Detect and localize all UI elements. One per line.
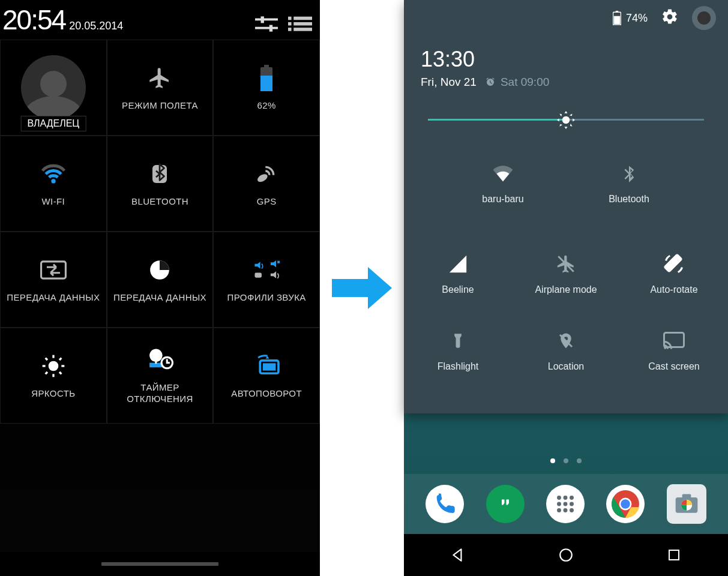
- home-icon: [558, 547, 574, 563]
- svg-rect-1: [255, 27, 278, 29]
- app-camera[interactable]: [667, 484, 706, 524]
- svg-point-43: [564, 496, 568, 500]
- svg-rect-36: [614, 16, 620, 25]
- owner-label: ВЛАДЕЛЕЦ: [20, 116, 86, 131]
- battery-icon: [253, 64, 280, 92]
- date-left: 20.05.2014: [69, 20, 123, 36]
- tile-gps[interactable]: GPS: [213, 136, 320, 232]
- home-screen: [404, 413, 728, 576]
- clock-right: 13:30: [421, 47, 711, 72]
- phone-icon: [433, 492, 457, 516]
- svg-point-47: [570, 502, 574, 506]
- tile-user[interactable]: ВЛАДЕЛЕЦ: [0, 40, 107, 136]
- battery-pct: 74%: [626, 12, 648, 25]
- tile-wifi[interactable]: WI-FI: [0, 136, 107, 232]
- tile-label: ТАЙМЕР ОТКЛЮЧЕНИЯ: [110, 382, 211, 405]
- tile-sound-profiles[interactable]: ПРОФИЛИ ЗВУКА: [213, 232, 320, 328]
- tile-signal-r[interactable]: Beeline: [404, 236, 512, 313]
- tile-cast-r[interactable]: Cast screen: [620, 313, 728, 389]
- tile-label: baru-baru: [482, 194, 523, 205]
- svg-rect-4: [293, 17, 312, 20]
- bluetooth-icon: [146, 160, 173, 188]
- svg-point-37: [562, 116, 570, 124]
- page-dot[interactable]: [564, 458, 568, 463]
- gear-icon: [661, 8, 679, 26]
- recents-button[interactable]: [665, 546, 683, 564]
- app-chrome[interactable]: [606, 485, 645, 523]
- tile-location-r[interactable]: Location: [512, 313, 620, 389]
- tile-data-2[interactable]: ПЕРЕДАЧА ДАННЫХ: [107, 232, 214, 328]
- app-drawer[interactable]: [546, 485, 585, 523]
- apps-icon: [555, 493, 576, 515]
- date-right: Fri, Nov 21: [421, 76, 477, 89]
- svg-point-50: [570, 508, 574, 512]
- avatar-icon: [21, 55, 86, 120]
- autorotate-icon: [253, 352, 280, 380]
- notification-panel: 74% 13:30 Fri, Nov 21 Sat 09:00: [404, 0, 728, 413]
- hangouts-icon: [495, 493, 516, 515]
- tile-label: Beeline: [442, 284, 474, 295]
- svg-rect-7: [288, 17, 292, 20]
- svg-rect-30: [155, 360, 157, 364]
- tile-flashlight-r[interactable]: Flashlight: [404, 313, 512, 389]
- tile-battery[interactable]: 62%: [213, 40, 320, 136]
- tiles-row-2: Beeline Airplane mode Auto-rotate Flashl…: [404, 229, 728, 413]
- page-dot[interactable]: [550, 458, 555, 463]
- tile-wifi-r[interactable]: baru-baru: [440, 139, 566, 229]
- svg-line-24: [45, 358, 47, 359]
- tile-label: ЯРКОСТЬ: [31, 388, 75, 400]
- airplane-icon: [146, 64, 173, 92]
- app-hangouts[interactable]: [486, 485, 525, 523]
- tile-label: Location: [548, 361, 585, 372]
- tile-bluetooth[interactable]: BLUETOOTH: [107, 136, 214, 232]
- tile-autorotate[interactable]: АВТОПОВОРОТ: [213, 328, 320, 424]
- svg-rect-33: [263, 363, 275, 370]
- sound-profiles-icon: [253, 256, 280, 284]
- brightness-icon: [40, 352, 67, 380]
- settings-button[interactable]: [661, 8, 679, 28]
- user-avatar[interactable]: [692, 6, 716, 30]
- svg-line-25: [59, 372, 61, 374]
- signal-icon: [447, 253, 469, 275]
- svg-point-48: [557, 508, 561, 512]
- svg-rect-0: [255, 19, 278, 21]
- alarm-icon: [485, 77, 496, 88]
- location-off-icon: [555, 330, 577, 352]
- tile-bluetooth-r[interactable]: Bluetooth: [566, 139, 692, 229]
- back-button[interactable]: [449, 546, 467, 564]
- svg-point-19: [48, 361, 58, 371]
- svg-rect-35: [616, 11, 618, 13]
- tile-label: GPS: [257, 196, 277, 208]
- svg-rect-2: [261, 16, 264, 23]
- datetime-block[interactable]: 13:30 Fri, Nov 21 Sat 09:00: [404, 36, 728, 103]
- tile-data-1[interactable]: ПЕРЕДАЧА ДАННЫХ: [0, 232, 107, 328]
- tile-airplane[interactable]: РЕЖИМ ПОЛЕТА: [107, 40, 214, 136]
- svg-rect-56: [682, 494, 691, 499]
- transition-arrow: [320, 0, 404, 576]
- brightness-slider[interactable]: [404, 103, 728, 133]
- tile-brightness[interactable]: ЯРКОСТЬ: [0, 328, 107, 424]
- svg-rect-58: [669, 550, 679, 560]
- tile-label: ПЕРЕДАЧА ДАННЫХ: [113, 292, 206, 304]
- tile-label: BLUETOOTH: [131, 196, 188, 208]
- battery-icon: [613, 11, 621, 25]
- tile-autorotate-r[interactable]: Auto-rotate: [620, 236, 728, 313]
- airplane-off-icon: [555, 253, 577, 275]
- list-icon[interactable]: [285, 12, 315, 36]
- page-dot[interactable]: [577, 458, 582, 463]
- tile-label: Bluetooth: [609, 194, 649, 205]
- equalizer-icon[interactable]: [251, 12, 281, 36]
- navigation-bar: [404, 534, 728, 576]
- drag-handle[interactable]: [0, 552, 320, 576]
- home-button[interactable]: [557, 546, 575, 564]
- tile-sleep-timer[interactable]: ТАЙМЕР ОТКЛЮЧЕНИЯ: [107, 328, 214, 424]
- brightness-thumb-icon[interactable]: [557, 111, 575, 129]
- tile-airplane-r[interactable]: Airplane mode: [512, 236, 620, 313]
- svg-point-45: [557, 502, 561, 506]
- battery-indicator: 74%: [613, 11, 648, 25]
- autorotate-icon: [663, 253, 685, 275]
- app-phone[interactable]: [426, 485, 464, 523]
- phone-right: 74% 13:30 Fri, Nov 21 Sat 09:00: [404, 0, 728, 576]
- dock: [404, 474, 728, 534]
- camera-icon: [673, 491, 700, 517]
